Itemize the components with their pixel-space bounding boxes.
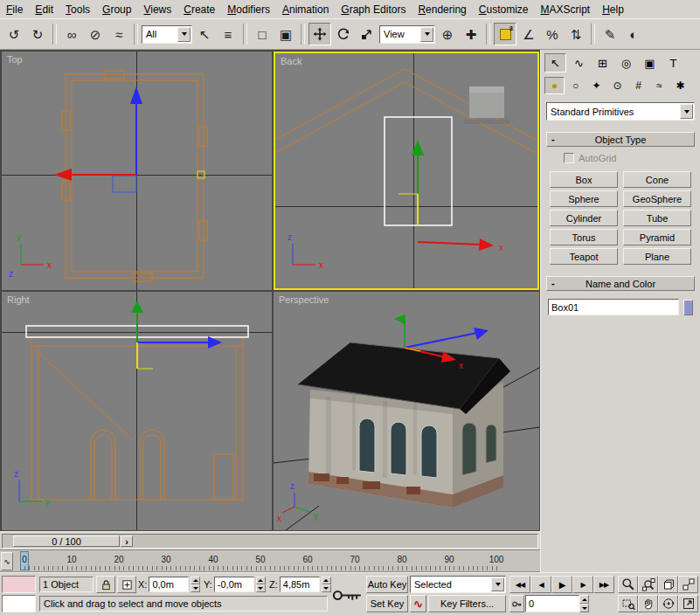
window-crossing-toggle-button[interactable]: ▣ bbox=[274, 23, 297, 45]
viewport-label-perspective[interactable]: Perspective bbox=[279, 294, 329, 305]
menu-item[interactable]: Help bbox=[596, 1, 630, 18]
reference-coordinate-system-dropdown[interactable]: View bbox=[379, 25, 435, 44]
menu-item[interactable]: File bbox=[0, 1, 29, 18]
primitive-category-dropdown[interactable]: Standard Primitives bbox=[546, 102, 695, 121]
percent-snap-toggle-button[interactable]: % bbox=[541, 23, 564, 45]
current-frame-field[interactable]: 0 bbox=[525, 595, 579, 612]
snap-toggle-button[interactable]: 3 bbox=[494, 23, 516, 45]
viewport-label-top[interactable]: Top bbox=[7, 54, 23, 65]
menu-item[interactable]: Graph Editors bbox=[335, 1, 412, 18]
select-and-rotate-button[interactable] bbox=[332, 23, 355, 45]
create-tab[interactable]: ↖ bbox=[544, 53, 566, 73]
mini-curve-editor-button[interactable]: ∿ bbox=[1, 552, 13, 570]
next-frame-button[interactable]: ▶ bbox=[572, 576, 593, 593]
mirror-button[interactable]: ◐ bbox=[622, 23, 645, 45]
viewport-back-active[interactable]: Back bbox=[274, 52, 539, 290]
select-and-move-button[interactable] bbox=[308, 23, 331, 45]
zoom-extents-button[interactable] bbox=[658, 576, 678, 593]
previous-frame-button[interactable]: ◀ bbox=[530, 576, 551, 593]
macro-recorder-mini-listener[interactable] bbox=[2, 576, 36, 593]
dropdown-arrow-icon[interactable] bbox=[680, 104, 693, 119]
maxscript-mini-listener[interactable] bbox=[2, 595, 36, 612]
autogrid-checkbox[interactable] bbox=[564, 153, 574, 163]
object-type-rollout-header[interactable]: - Object Type bbox=[546, 132, 695, 147]
menu-item[interactable]: Create bbox=[177, 1, 221, 18]
arc-rotate-button[interactable] bbox=[658, 595, 678, 612]
spinner-snap-toggle-button[interactable]: ⇅ bbox=[565, 23, 587, 45]
select-and-scale-button[interactable] bbox=[356, 23, 378, 45]
shapes-category-button[interactable]: ○ bbox=[565, 77, 586, 94]
min-max-toggle-button[interactable] bbox=[678, 595, 698, 612]
dropdown-arrow-icon[interactable] bbox=[491, 577, 504, 591]
key-filters-button[interactable]: Key Filters... bbox=[428, 595, 506, 612]
select-and-manipulate-button[interactable]: ✚ bbox=[460, 23, 482, 45]
y-coordinate-spinner[interactable] bbox=[256, 577, 266, 592]
menu-item[interactable]: Rendering bbox=[412, 1, 472, 18]
move-gizmo[interactable] bbox=[131, 301, 222, 369]
select-and-link-button[interactable]: ∞ bbox=[60, 23, 83, 45]
time-slider-track[interactable]: 0 / 100 › bbox=[2, 534, 538, 549]
viewport-label-right[interactable]: Right bbox=[7, 294, 30, 305]
z-coordinate-field[interactable]: 4,85m bbox=[280, 577, 320, 592]
selection-filter-dropdown[interactable]: All bbox=[142, 25, 192, 44]
viewport-top[interactable]: Top bbox=[2, 52, 272, 290]
hierarchy-tab[interactable]: ⊞ bbox=[592, 53, 613, 73]
object-color-swatch[interactable] bbox=[683, 300, 693, 315]
utilities-tab[interactable]: T bbox=[662, 53, 684, 73]
track-bar[interactable]: ∿ 0102030405060708090100 bbox=[0, 549, 540, 572]
display-tab[interactable]: ▣ bbox=[639, 53, 661, 73]
z-coordinate-spinner[interactable] bbox=[322, 577, 331, 592]
primitive-box-button[interactable]: Box bbox=[550, 171, 618, 188]
lights-category-button[interactable]: ✦ bbox=[586, 77, 606, 94]
x-coordinate-spinner[interactable] bbox=[191, 577, 200, 592]
set-key-button[interactable]: Set Key bbox=[366, 595, 408, 612]
keyboard-shortcut-override-button[interactable] bbox=[331, 577, 364, 612]
geometry-category-button[interactable]: ● bbox=[544, 77, 565, 94]
systems-category-button[interactable]: ✱ bbox=[670, 77, 690, 94]
menu-item[interactable]: Group bbox=[96, 1, 137, 18]
dropdown-arrow-icon[interactable] bbox=[420, 27, 433, 42]
house-model[interactable] bbox=[298, 342, 510, 508]
rectangular-selection-region-button[interactable]: □ bbox=[251, 23, 274, 45]
primitive-teapot-button[interactable]: Teapot bbox=[550, 248, 618, 265]
primitive-sphere-button[interactable]: Sphere bbox=[550, 190, 618, 207]
key-mode-toggle-button[interactable] bbox=[509, 595, 524, 612]
menu-item[interactable]: Tools bbox=[59, 1, 96, 18]
primitive-plane-button[interactable]: Plane bbox=[623, 248, 691, 265]
menu-item[interactable]: Animation bbox=[276, 1, 335, 18]
pan-button[interactable] bbox=[638, 595, 658, 612]
play-animation-button[interactable]: ▶ bbox=[551, 576, 572, 593]
menu-item[interactable]: Customize bbox=[473, 1, 535, 18]
time-slider-handle[interactable]: 0 / 100 bbox=[13, 536, 120, 547]
primitive-geosphere-button[interactable]: GeoSphere bbox=[623, 190, 691, 207]
object-name-input[interactable] bbox=[548, 299, 679, 315]
zoom-all-button[interactable] bbox=[638, 576, 658, 593]
menu-item[interactable]: Edit bbox=[29, 1, 59, 18]
use-pivot-center-button[interactable]: ⊕ bbox=[436, 23, 459, 45]
region-zoom-button[interactable] bbox=[618, 595, 638, 612]
helpers-category-button[interactable]: # bbox=[628, 77, 648, 94]
go-to-end-button[interactable]: ▶▶ bbox=[593, 576, 614, 593]
menu-item[interactable]: Views bbox=[137, 1, 177, 18]
unlink-selection-button[interactable]: ⊘ bbox=[84, 23, 107, 45]
menu-item[interactable]: MAXScript bbox=[535, 1, 597, 18]
undo-button[interactable]: ↺ bbox=[3, 23, 25, 45]
primitive-pyramid-button[interactable]: Pyramid bbox=[623, 229, 691, 245]
menu-item[interactable]: Modifiers bbox=[221, 1, 276, 18]
default-in-out-tangents-button[interactable]: ∿ bbox=[410, 595, 426, 612]
modify-tab[interactable]: ∿ bbox=[568, 53, 590, 73]
frame-spinner[interactable] bbox=[579, 595, 589, 612]
cameras-category-button[interactable]: ⊙ bbox=[607, 77, 627, 94]
name-color-rollout-header[interactable]: - Name and Color bbox=[546, 276, 695, 291]
motion-tab[interactable]: ◎ bbox=[615, 53, 637, 73]
time-slider-next-button[interactable]: › bbox=[121, 536, 133, 547]
primitive-cone-button[interactable]: Cone bbox=[623, 171, 691, 188]
bind-to-spacewarp-button[interactable]: ≈ bbox=[107, 23, 130, 45]
edit-named-selection-sets-button[interactable]: ✎ bbox=[599, 23, 621, 45]
y-coordinate-field[interactable]: -0,0m bbox=[214, 577, 254, 592]
angle-snap-toggle-button[interactable]: ∠ bbox=[517, 23, 540, 45]
go-to-start-button[interactable]: ◀◀ bbox=[509, 576, 530, 593]
zoom-button[interactable] bbox=[618, 576, 638, 593]
viewport-label-back[interactable]: Back bbox=[281, 56, 301, 66]
x-coordinate-field[interactable]: 0,0m bbox=[149, 577, 189, 592]
